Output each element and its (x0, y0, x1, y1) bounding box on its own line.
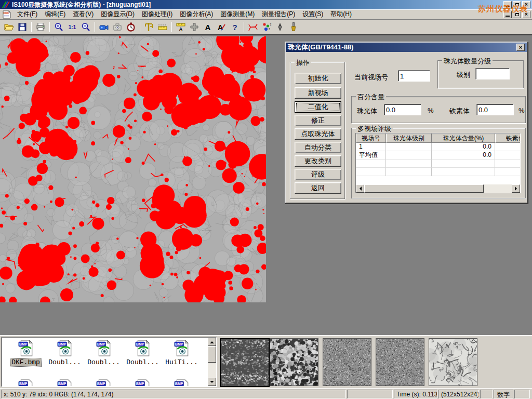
menu-image-measure[interactable]: 图像测量(M) (217, 9, 258, 20)
menu-view[interactable]: 查看(V) (69, 9, 97, 20)
pearlite-label: 珠光体 (357, 107, 377, 116)
auto-classify-button[interactable]: 自动分类 (295, 142, 341, 153)
menu-image-display[interactable]: 图像显示(D) (97, 9, 138, 20)
file-item-partial[interactable]: BMP (45, 379, 84, 387)
scroll-left-button[interactable] (356, 184, 364, 193)
zoom-in-button[interactable] (52, 21, 65, 33)
thumbnail-dkf[interactable] (220, 338, 270, 387)
change-class-button[interactable]: 更改类别 (295, 155, 341, 167)
grade-legend: 珠光体数量分级 (442, 57, 493, 66)
file-name[interactable]: HuiTi... (164, 358, 198, 366)
file-browser-scrollbar[interactable] (208, 338, 216, 386)
rate-button[interactable]: 评级 (295, 169, 341, 180)
file-item-partial[interactable]: BMP (123, 379, 162, 387)
file-item-partial[interactable]: BMP (84, 379, 123, 387)
dialog-close-button[interactable]: × (516, 44, 525, 51)
ruler-button[interactable] (156, 21, 169, 33)
menu-image-processing[interactable]: 图像处理(I) (138, 9, 176, 20)
binarize-button[interactable]: 二值化 (295, 101, 341, 113)
file-name[interactable]: Doubl... (125, 358, 159, 366)
zoom-out-icon (81, 22, 91, 32)
curve-tool-button[interactable] (246, 21, 260, 33)
video-camera-icon (99, 22, 109, 32)
menu-file[interactable]: 文件(F) (14, 9, 41, 20)
rating-table[interactable]: 视场号 珠光体级别 珠光体含量(%) 铁素体含量(%) 1 0.0 平均值 0.… (355, 133, 521, 193)
header-field-no[interactable]: 视场号 (356, 134, 386, 143)
scrollbar-thumb[interactable] (208, 346, 216, 363)
filmstrip-panel: BMP DKF.bmp BMP Doubl... BMP (0, 335, 532, 388)
header-ferrite-content[interactable]: 铁素体含量(%) (495, 134, 521, 143)
file-item-partial[interactable]: BMP (162, 379, 201, 387)
ferrite-unit: % (518, 107, 525, 114)
svg-text:A: A (218, 23, 223, 32)
actual-size-button[interactable]: 1:1 (65, 21, 79, 33)
pearlite-value-input[interactable] (384, 104, 421, 115)
caliper-button[interactable] (142, 21, 156, 33)
table-row[interactable]: 1 0.0 (356, 143, 520, 151)
init-button[interactable]: 初始化 (295, 73, 341, 84)
snapshot-button[interactable] (111, 21, 124, 33)
thumbnail-doubl1[interactable] (270, 338, 318, 386)
scroll-up-button[interactable] (208, 338, 216, 346)
brush-button[interactable] (287, 21, 300, 33)
app-icon (2, 1, 10, 9)
correct-button[interactable]: 修正 (295, 115, 341, 126)
menu-image-analysis[interactable]: 图像分析(A) (176, 9, 217, 20)
pen-button[interactable] (273, 21, 287, 33)
menu-measure-report[interactable]: 测量报告(P) (258, 9, 299, 20)
grade-group: 珠光体数量分级 级别 (437, 60, 524, 88)
actual-size-icon: 1:1 (67, 22, 77, 32)
file-name[interactable]: Doubl... (47, 358, 82, 366)
file-item-doubl2[interactable]: BMP Doubl... (84, 340, 123, 366)
file-item-partial[interactable]: BMP (6, 379, 45, 387)
cell-pearlite: 0.0 (432, 143, 495, 151)
ferrite-value-input[interactable] (476, 104, 514, 115)
file-item-doubl1[interactable]: BMP Doubl... (45, 340, 84, 366)
pick-pearlite-button[interactable]: 点取珠光体 (295, 128, 341, 140)
vendor-watermark: 苏州仪器仪表 (478, 4, 528, 14)
grid-button[interactable] (188, 21, 201, 33)
measure-text-button[interactable]: A (174, 21, 188, 33)
rating-table-header: 视场号 珠光体级别 珠光体含量(%) 铁素体含量(%) (356, 134, 520, 143)
text-button[interactable]: A (201, 21, 215, 33)
svg-text:BMP: BMP (136, 382, 144, 385)
header-pearlite-content[interactable]: 珠光体含量(%) (432, 134, 495, 143)
grade-input[interactable] (475, 68, 510, 79)
scroll-down-button[interactable] (208, 378, 216, 386)
save-button[interactable] (16, 21, 29, 33)
table-row[interactable]: 平均值 0.0 (356, 151, 520, 159)
file-item-doubl3[interactable]: BMP Doubl... (123, 340, 162, 366)
zoom-out-button[interactable] (79, 21, 92, 33)
help-button[interactable]: ? (228, 21, 242, 33)
scrollbar-thumb[interactable] (364, 184, 484, 193)
file-name[interactable]: DKF.bmp (10, 358, 41, 366)
open-button[interactable] (2, 21, 16, 33)
pearlite-dialog: 珠光体(GB/T9441-88) × 操作 初始化 新视场 二值化 修正 点取珠… (285, 42, 528, 204)
current-field-input[interactable] (398, 70, 430, 82)
thumbnail-huiti[interactable] (429, 338, 477, 386)
file-name[interactable]: Doubl... (86, 358, 121, 366)
annotate-button[interactable]: A (215, 21, 228, 33)
dialog-title-bar[interactable]: 珠光体(GB/T9441-88) × (286, 43, 527, 52)
menu-edit[interactable]: 编辑(E) (41, 9, 69, 20)
header-pearlite-grade[interactable]: 珠光体级别 (386, 134, 432, 143)
curve-icon (247, 22, 259, 32)
bmp-file-icon: BMP (174, 340, 190, 356)
classify-button[interactable]: 2 3 (260, 21, 273, 33)
micrograph-image[interactable] (0, 36, 266, 302)
file-item-dkf[interactable]: BMP DKF.bmp (6, 340, 45, 366)
return-button[interactable]: 返回 (295, 182, 341, 194)
timer-button[interactable] (124, 21, 138, 33)
video-capture-button[interactable] (97, 21, 111, 33)
scroll-right-button[interactable] (512, 184, 520, 193)
thumbnail-doubl3[interactable] (376, 338, 424, 386)
table-horizontal-scrollbar[interactable] (356, 184, 520, 193)
menu-settings[interactable]: 设置(S) (299, 9, 327, 20)
file-item-huiti[interactable]: BMP HuiTi... (162, 340, 201, 366)
new-field-button[interactable]: 新视场 (295, 87, 341, 99)
ferrite-label: 铁素体 (449, 107, 470, 116)
thumbnail-doubl2[interactable] (323, 338, 371, 386)
print-button[interactable] (34, 21, 47, 33)
current-field-label: 当前视场号 (354, 73, 388, 82)
menu-help[interactable]: 帮助(H) (327, 9, 355, 20)
